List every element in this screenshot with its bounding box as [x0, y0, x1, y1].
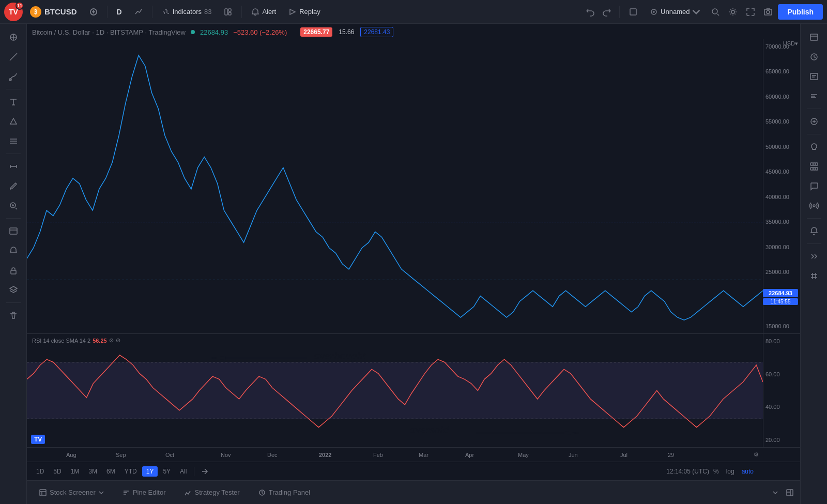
tv-logo: TV — [31, 435, 45, 444]
layers-tool[interactable] — [4, 281, 23, 299]
main-container: Bitcoin / U.S. Dollar · 1D · BITSTAMP · … — [0, 24, 827, 504]
tf-3m[interactable]: 3M — [84, 466, 101, 477]
keypad-icon[interactable] — [805, 157, 823, 176]
sep4 — [6, 302, 21, 303]
svg-rect-17 — [40, 490, 46, 496]
layout-button[interactable] — [219, 5, 237, 19]
svg-rect-26 — [815, 163, 818, 165]
maximize-button[interactable] — [743, 4, 758, 20]
measure-tool[interactable] — [4, 157, 23, 176]
tf-1d[interactable]: 1D — [32, 466, 48, 477]
redo-button[interactable] — [600, 4, 615, 20]
svg-line-12 — [10, 53, 17, 60]
tf-all[interactable]: All — [176, 466, 191, 477]
compare-button[interactable] — [197, 464, 212, 479]
trash-tool[interactable] — [4, 306, 23, 325]
symbol-selector[interactable]: ₿ BTCUSD — [25, 4, 82, 20]
price-canvas — [27, 39, 763, 333]
chevrons-right-icon[interactable] — [805, 247, 823, 266]
rs-sep3 — [807, 218, 821, 219]
settings-icon-xaxis[interactable]: ⚙ — [754, 451, 759, 458]
bell-icon[interactable] — [805, 222, 823, 240]
x-label-mar: Mar — [419, 452, 428, 458]
collapse-panel-button[interactable] — [769, 486, 782, 499]
svg-rect-20 — [810, 34, 818, 40]
alert-button[interactable]: Alert — [246, 5, 281, 19]
replay-button[interactable]: Replay — [283, 5, 325, 19]
svg-rect-16 — [11, 270, 16, 274]
tf-6m[interactable]: 6M — [102, 466, 119, 477]
alerts-tool[interactable] — [4, 241, 23, 260]
settings2-icon[interactable] — [805, 267, 823, 285]
tf-ytd[interactable]: YTD — [120, 466, 141, 477]
chart-title: Bitcoin / U.S. Dollar · 1D · BITSTAMP · … — [32, 28, 186, 36]
undo-button[interactable] — [582, 4, 598, 20]
clock-icon[interactable] — [805, 48, 823, 66]
tab-pine-editor[interactable]: Pine Editor — [114, 484, 174, 500]
indicators-button[interactable]: Indicators 83 — [157, 5, 217, 19]
x-label-nov: Nov — [221, 452, 231, 458]
chart-settings-icon[interactable] — [805, 28, 823, 47]
x-label-jun: Jun — [569, 452, 578, 458]
tf-1y[interactable]: 1Y — [142, 466, 158, 477]
plus-icon[interactable] — [805, 112, 823, 131]
pencil-tool[interactable] — [4, 177, 23, 195]
zoom-tool[interactable] — [4, 196, 23, 215]
y-axis-rsi: 80.00 60.00 40.00 20.00 — [763, 334, 800, 447]
news-icon[interactable] — [805, 67, 823, 86]
crosshair-tool[interactable] — [4, 28, 23, 47]
svg-point-6 — [653, 11, 654, 12]
x-label-29: 29 — [668, 452, 674, 458]
line-tool[interactable] — [4, 48, 23, 66]
main-chart[interactable]: 70000.00 65000.00 60000.00 55000.00 5000… — [27, 39, 800, 333]
x-label-jul: Jul — [620, 452, 627, 458]
left-toolbar — [0, 24, 27, 504]
publish-button[interactable]: Publish — [778, 4, 823, 20]
sep — [6, 89, 21, 89]
svg-rect-9 — [764, 9, 772, 15]
x-label-2022: 2022 — [319, 452, 331, 458]
svg-point-7 — [712, 9, 717, 14]
chart-header: Bitcoin / U.S. Dollar · 1D · BITSTAMP · … — [27, 24, 800, 39]
bulb-icon[interactable] — [805, 138, 823, 156]
timeframe-selector[interactable]: D — [112, 5, 127, 19]
expand-panel-button[interactable] — [784, 486, 796, 499]
broadcast-icon[interactable] — [805, 196, 823, 215]
watchlist-tool[interactable] — [4, 222, 23, 240]
chart-type-selector[interactable] — [129, 5, 148, 19]
shapes-tool[interactable] — [4, 112, 23, 131]
x-label-aug: Aug — [66, 452, 76, 458]
svg-rect-19 — [787, 490, 793, 496]
rs-sep1 — [807, 109, 821, 109]
fullscreen-button[interactable] — [624, 5, 642, 19]
x-axis: Aug Sep Oct Nov Dec 2022 Feb Mar Apr May… — [27, 447, 800, 462]
y-axis-main: 70000.00 65000.00 60000.00 55000.00 5000… — [763, 39, 800, 333]
lock-tool[interactable] — [4, 261, 23, 280]
rsi-label: RSI 14 close SMA 14 2 56.25 ⊘ ⊘ — [32, 337, 120, 344]
chat-icon[interactable] — [805, 177, 823, 195]
tf-5d[interactable]: 5D — [49, 466, 65, 477]
add-symbol-button[interactable] — [84, 5, 103, 19]
text-tool[interactable] — [4, 93, 23, 111]
symbol-name: BTCUSD — [44, 7, 77, 16]
search-button[interactable] — [708, 4, 723, 20]
tf-5y[interactable]: 5Y — [159, 466, 175, 477]
x-label-dec: Dec — [267, 452, 278, 458]
screenshot-button[interactable] — [760, 4, 776, 20]
tab-stock-screener[interactable]: Stock Screener — [31, 484, 112, 500]
tab-strategy-tester[interactable]: Strategy Tester — [176, 484, 248, 500]
fib-tool[interactable] — [4, 132, 23, 150]
logo[interactable]: TV 11 — [4, 3, 23, 21]
current-price-label: 22684.93 — [763, 289, 798, 297]
brush-tool[interactable] — [4, 67, 23, 86]
settings-button[interactable] — [725, 4, 741, 20]
unnamed-dropdown[interactable]: Unnamed — [645, 5, 706, 19]
tf-1m[interactable]: 1M — [67, 466, 84, 477]
bid-price: 22665.77 — [300, 27, 332, 37]
template-icon[interactable] — [805, 87, 823, 105]
chart-area: Bitcoin / U.S. Dollar · 1D · BITSTAMP · … — [27, 24, 800, 504]
tab-trading-panel[interactable]: Trading Panel — [250, 484, 318, 500]
tf-sep — [194, 467, 194, 476]
rsi-panel[interactable]: RSI 14 close SMA 14 2 56.25 ⊘ ⊘ 80.00 60… — [27, 333, 800, 447]
rs-sep2 — [807, 134, 821, 134]
